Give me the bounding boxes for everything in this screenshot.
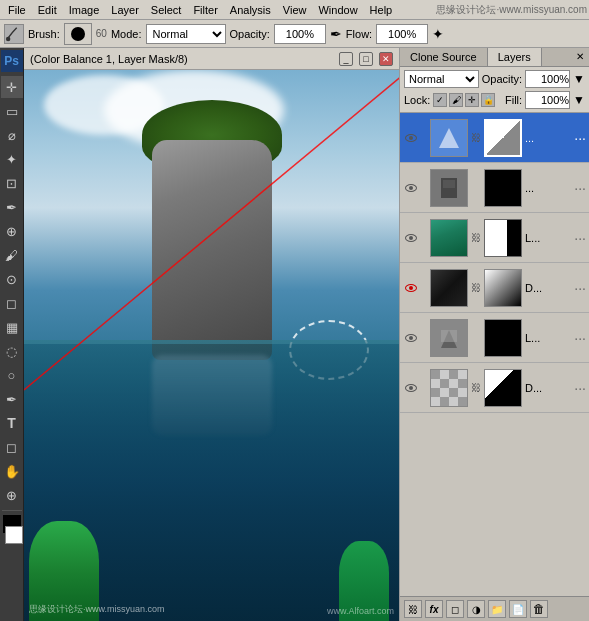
menu-edit[interactable]: Edit	[32, 3, 63, 17]
fx-icon[interactable]: fx	[425, 600, 443, 618]
lock-all-icon[interactable]: 🔒	[481, 93, 495, 107]
layer-eye-3[interactable]	[403, 230, 419, 246]
dodge-tool[interactable]: ○	[1, 364, 23, 386]
svg-rect-15	[449, 388, 458, 397]
opacity-label: Opacity:	[482, 73, 522, 85]
layer-chain-4: ⛓	[471, 282, 481, 293]
layer-eye-2[interactable]	[403, 180, 419, 196]
new-layer-icon[interactable]: 📄	[509, 600, 527, 618]
blur-tool[interactable]: ◌	[1, 340, 23, 362]
brush-tool[interactable]: 🖌	[1, 244, 23, 266]
layer-item[interactable]: ⛓ D... ···	[400, 363, 589, 413]
text-tool[interactable]: T	[1, 412, 23, 434]
gradient-tool[interactable]: ▦	[1, 316, 23, 338]
menu-help[interactable]: Help	[364, 3, 399, 17]
menu-select[interactable]: Select	[145, 3, 188, 17]
window-minimize[interactable]: _	[339, 52, 353, 66]
menu-filter[interactable]: Filter	[187, 3, 223, 17]
fill-input[interactable]: 100%	[525, 91, 570, 109]
layer-item[interactable]: ⛓ L... ···	[400, 213, 589, 263]
shape-tool[interactable]: ◻	[1, 436, 23, 458]
layer-dots-2[interactable]: ···	[574, 180, 586, 196]
zoom-tool[interactable]: ⊕	[1, 484, 23, 506]
layers-list[interactable]: ⛓ ... ··· ..	[400, 113, 589, 596]
canvas-title: (Color Balance 1, Layer Mask/8)	[30, 53, 333, 65]
brush-tool-icon[interactable]	[4, 24, 24, 44]
healing-tool[interactable]: ⊕	[1, 220, 23, 242]
marquee-tool[interactable]: ▭	[1, 100, 23, 122]
layer-item[interactable]: ⛓ ... ···	[400, 113, 589, 163]
adjustment-icon[interactable]: ◑	[467, 600, 485, 618]
site-watermark: 思缘设计论坛·www.missyuan.com	[436, 3, 587, 17]
magic-wand-tool[interactable]: ✦	[1, 148, 23, 170]
opacity-input[interactable]: 100%	[274, 24, 326, 44]
layer-name-1: ...	[525, 132, 574, 144]
svg-rect-14	[440, 397, 449, 406]
add-mask-icon[interactable]: ◻	[446, 600, 464, 618]
mode-select[interactable]: Normal	[146, 24, 226, 44]
brush-size: 60	[96, 28, 107, 39]
menu-file[interactable]: File	[2, 3, 32, 17]
layer-item[interactable]: ⛓ D... ···	[400, 263, 589, 313]
background-color[interactable]	[5, 526, 23, 544]
layer-mask-2	[484, 169, 522, 207]
fill-arrow[interactable]: ▼	[573, 93, 585, 107]
canvas-content[interactable]: 思缘设计论坛·www.missyuan.com www.Alfoart.com	[24, 70, 399, 621]
layer-name-2: ...	[525, 182, 574, 194]
tab-layers[interactable]: Layers	[488, 48, 542, 66]
blend-mode-select[interactable]: Normal	[404, 70, 479, 88]
layer-item[interactable]: ... ···	[400, 163, 589, 213]
layer-dots-4[interactable]: ···	[574, 280, 586, 296]
menu-window[interactable]: Window	[312, 3, 363, 17]
layer-eye-5[interactable]	[403, 330, 419, 346]
menu-layer[interactable]: Layer	[105, 3, 145, 17]
lock-position-icon[interactable]: ✛	[465, 93, 479, 107]
folder-icon[interactable]: 📁	[488, 600, 506, 618]
link-icon[interactable]: ⛓	[404, 600, 422, 618]
layer-name-3: L...	[525, 232, 574, 244]
lock-transparent-icon[interactable]: ✓	[433, 93, 447, 107]
window-maximize[interactable]: □	[359, 52, 373, 66]
layer-dots-6[interactable]: ···	[574, 380, 586, 396]
layer-dots-5[interactable]: ···	[574, 330, 586, 346]
layer-eye-4[interactable]	[403, 280, 419, 296]
layers-bottom: ⛓ fx ◻ ◑ 📁 📄 🗑	[400, 596, 589, 621]
panel-close[interactable]: ✕	[571, 48, 589, 66]
move-tool[interactable]: ✛	[1, 76, 23, 98]
layer-dots-1[interactable]: ···	[574, 130, 586, 146]
opacity-input[interactable]: 100%	[525, 70, 570, 88]
layer-thumb-1	[430, 119, 468, 157]
delete-icon[interactable]: 🗑	[530, 600, 548, 618]
mode-label: Mode:	[111, 28, 142, 40]
eyedropper-tool[interactable]: ✒	[1, 196, 23, 218]
hand-tool[interactable]: ✋	[1, 460, 23, 482]
eraser-tool[interactable]: ◻	[1, 292, 23, 314]
opacity-arrow[interactable]: ▼	[573, 72, 585, 86]
lasso-tool[interactable]: ⌀	[1, 124, 23, 146]
layer-eye-1[interactable]	[403, 130, 419, 146]
layer-thumb-4	[430, 269, 468, 307]
layer-dots-3[interactable]: ···	[574, 230, 586, 246]
svg-rect-7	[441, 330, 457, 342]
flow-input[interactable]: 100%	[376, 24, 428, 44]
layer-name-5: L...	[525, 332, 574, 344]
clone-stamp-tool[interactable]: ⊙	[1, 268, 23, 290]
pen-tool[interactable]: ✒	[1, 388, 23, 410]
tab-clone-source[interactable]: Clone Source	[400, 48, 488, 66]
brush-preview[interactable]	[64, 23, 92, 45]
crop-tool[interactable]: ⊡	[1, 172, 23, 194]
menu-view[interactable]: View	[277, 3, 313, 17]
menu-image[interactable]: Image	[63, 3, 106, 17]
lock-paint-icon[interactable]: 🖌	[449, 93, 463, 107]
airbrush-icon[interactable]: ✒	[330, 26, 342, 42]
tablet-icon[interactable]: ✦	[432, 26, 444, 42]
brush-label: Brush:	[28, 28, 60, 40]
watermark-right: www.Alfoart.com	[327, 606, 394, 616]
layer-item[interactable]: L... ···	[400, 313, 589, 363]
layer-chain-6: ⛓	[471, 382, 481, 393]
menu-analysis[interactable]: Analysis	[224, 3, 277, 17]
svg-rect-16	[458, 397, 467, 406]
window-close[interactable]: ✕	[379, 52, 393, 66]
right-panel: Clone Source Layers ✕ Normal Opacity: 10…	[399, 48, 589, 621]
layer-eye-6[interactable]	[403, 380, 419, 396]
